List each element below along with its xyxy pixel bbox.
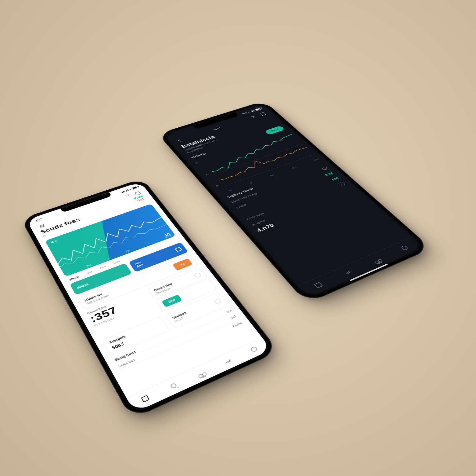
x-tick: +5— (126, 249, 133, 253)
search-icon[interactable] (321, 166, 328, 170)
nav-search-icon[interactable] (166, 380, 181, 392)
nav-chart-icon[interactable] (221, 355, 235, 367)
status-time: 15:2 (35, 218, 43, 222)
list-item-value: Es.Ielt (232, 322, 243, 328)
list-item-value: 5:sy (324, 171, 334, 177)
nav-home-icon[interactable] (311, 280, 326, 290)
list-item-value: Sr.1 (230, 315, 237, 320)
signal-icon (250, 110, 255, 112)
bottom-nav (298, 237, 424, 298)
battery-icon (131, 186, 139, 190)
list-item-value: 060 (331, 176, 339, 181)
card-cta-button[interactable]: To (172, 258, 193, 271)
hero-label: M st (50, 239, 58, 244)
nav-home-icon[interactable] (138, 393, 152, 405)
x-tick: — (67, 271, 71, 275)
nav-profile-icon[interactable] (397, 243, 412, 253)
nav-chart-icon[interactable] (341, 267, 355, 277)
x-tick: — (107, 257, 111, 260)
pill-icon (175, 247, 182, 252)
header-badge: Sg.om (212, 126, 222, 130)
card-cta-button[interactable]: Eko (161, 294, 182, 307)
signal-icon (120, 191, 125, 193)
x-tick: 3mr (86, 263, 92, 267)
checkbox[interactable] (214, 298, 221, 304)
checkbox[interactable] (194, 272, 201, 278)
status-text: 5rcra (242, 111, 250, 115)
nav-heart-icon[interactable] (369, 255, 384, 265)
pill-label: Sdess (76, 282, 89, 289)
wifi-icon (125, 188, 131, 192)
y-tick: 92 (194, 161, 199, 164)
checkbox[interactable] (338, 182, 345, 186)
nav-heart-icon[interactable] (194, 368, 209, 379)
nav-profile-icon[interactable] (247, 344, 261, 355)
y-tick: 42 (205, 174, 210, 176)
x-tick: — (147, 242, 151, 245)
battery-icon (255, 107, 262, 111)
y-tick: 48 (215, 184, 220, 187)
